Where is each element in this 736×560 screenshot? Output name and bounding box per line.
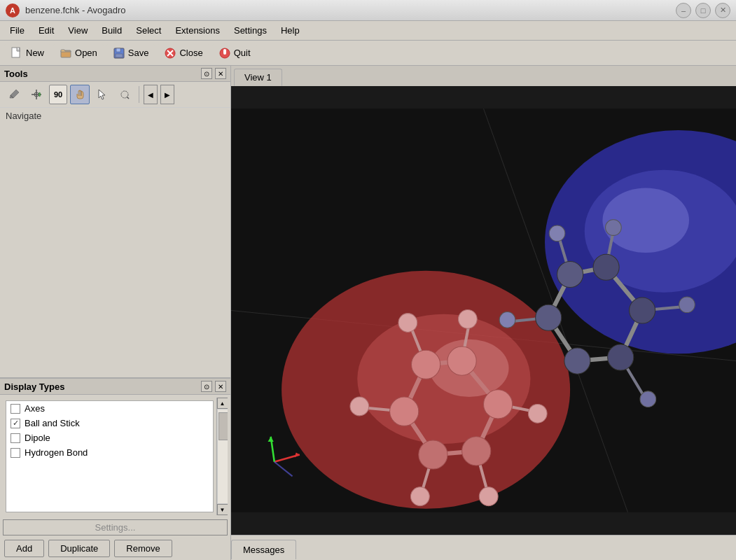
right-panel: View 1 <box>231 66 736 560</box>
add-display-button[interactable]: Add <box>4 540 44 557</box>
hydrogen-bond-checkbox[interactable] <box>11 448 20 458</box>
display-list-scrollbar[interactable]: ▲ ▼ <box>216 398 228 515</box>
main-content: Tools ⊙ ✕ <box>0 66 736 560</box>
menu-help[interactable]: Help <box>274 24 307 37</box>
duplicate-display-button[interactable]: Duplicate <box>48 540 110 557</box>
menu-edit[interactable]: Edit <box>32 24 61 37</box>
svg-point-45 <box>499 312 515 328</box>
svg-rect-10 <box>223 49 226 55</box>
rotate-90-button[interactable]: 90 <box>49 85 67 104</box>
window-controls: – □ ✕ <box>676 3 730 18</box>
tools-close-button[interactable]: ✕ <box>215 68 226 79</box>
toolbar: New Open Save Close Quit <box>0 41 736 66</box>
toolbar-separator <box>139 86 139 103</box>
new-button[interactable]: New <box>4 44 50 62</box>
selection-tool-button[interactable] <box>92 85 112 104</box>
scroll-thumb[interactable] <box>218 412 228 440</box>
menu-view[interactable]: View <box>61 24 95 37</box>
save-button[interactable]: Save <box>106 44 155 62</box>
minimize-button[interactable]: – <box>676 3 691 18</box>
svg-point-59 <box>447 346 476 375</box>
menu-extensions[interactable]: Extensions <box>168 24 227 37</box>
svg-point-37 <box>630 298 655 323</box>
molecule-svg <box>231 86 736 535</box>
axes-checkbox[interactable] <box>11 404 20 414</box>
svg-point-63 <box>390 397 419 426</box>
close-button[interactable]: Close <box>158 44 209 62</box>
svg-rect-0 <box>12 48 20 57</box>
ball-and-stick-label: Ball and Stick <box>25 418 80 428</box>
display-action-buttons: Add Duplicate Remove <box>0 537 230 560</box>
display-settings-button[interactable]: Settings... <box>3 519 228 536</box>
svg-point-42 <box>606 220 622 236</box>
messages-tab[interactable]: Messages <box>231 540 296 559</box>
scroll-left-button[interactable]: ◀ <box>144 85 158 104</box>
svg-point-62 <box>419 440 447 469</box>
display-panel-header: Display Types ⊙ ✕ <box>0 379 230 395</box>
display-panel-controls: ⊙ ✕ <box>201 381 226 392</box>
lasso-tool-button[interactable] <box>115 85 134 104</box>
view-tabs: View 1 <box>231 66 736 86</box>
close-doc-icon <box>164 47 176 59</box>
dipole-display-item[interactable]: Dipole <box>6 430 213 445</box>
axes-display-item[interactable]: Axes <box>6 401 213 416</box>
svg-point-64 <box>412 350 440 379</box>
svg-point-40 <box>536 304 562 330</box>
window-title: benzene.fchk - Avogadro <box>25 5 676 15</box>
active-tool-label: Navigate <box>0 108 230 124</box>
svg-rect-5 <box>116 54 123 57</box>
axes-label: Axes <box>25 403 45 414</box>
messages-bar: Messages <box>231 535 736 560</box>
tools-panel-header: Tools ⊙ ✕ <box>0 66 230 82</box>
maximize-button[interactable]: □ <box>695 3 711 18</box>
tools-panel-controls: ⊙ ✕ <box>201 68 226 79</box>
dipole-checkbox[interactable] <box>11 433 20 443</box>
3d-viewport[interactable] <box>231 86 736 535</box>
menu-select[interactable]: Select <box>129 24 168 37</box>
remove-display-button[interactable]: Remove <box>114 540 172 557</box>
svg-point-60 <box>484 390 513 419</box>
quit-button[interactable]: Quit <box>212 44 257 62</box>
tools-title: Tools <box>4 69 28 79</box>
display-types-title: Display Types <box>4 382 64 392</box>
draw-tool-button[interactable] <box>4 85 24 104</box>
arrow-cursor-icon <box>96 88 109 101</box>
view-1-tab[interactable]: View 1 <box>234 69 282 86</box>
display-detach-button[interactable]: ⊙ <box>201 381 212 392</box>
open-icon <box>60 47 72 59</box>
display-types-section: Display Types ⊙ ✕ Axes Ball and St <box>0 378 230 560</box>
svg-point-41 <box>557 261 583 287</box>
save-icon <box>113 47 125 59</box>
navigate-tool-button[interactable] <box>70 85 90 104</box>
menu-settings[interactable]: Settings <box>227 24 274 37</box>
close-window-button[interactable]: ✕ <box>715 3 730 18</box>
left-panel: Tools ⊙ ✕ <box>0 66 231 560</box>
menu-bar: File Edit View Build Select Extensions S… <box>0 21 736 41</box>
manipulate-tool-button[interactable] <box>27 85 46 104</box>
svg-point-46 <box>549 225 565 241</box>
ball-and-stick-checkbox[interactable] <box>11 419 20 428</box>
scroll-down-button[interactable]: ▼ <box>217 504 228 515</box>
crosshair-icon <box>30 88 43 101</box>
hand-icon <box>74 88 86 101</box>
tools-section: Tools ⊙ ✕ <box>0 66 230 378</box>
tools-content-area <box>0 124 230 377</box>
quit-icon <box>218 47 231 59</box>
tools-detach-button[interactable]: ⊙ <box>201 68 212 79</box>
svg-rect-4 <box>116 48 120 52</box>
dipole-label: Dipole <box>25 433 50 443</box>
open-button[interactable]: Open <box>53 44 104 62</box>
svg-point-61 <box>462 437 491 465</box>
display-close-button[interactable]: ✕ <box>215 381 226 392</box>
svg-point-38 <box>608 344 634 370</box>
scroll-right-button[interactable]: ▶ <box>160 85 174 104</box>
scroll-up-button[interactable]: ▲ <box>217 398 228 409</box>
menu-file[interactable]: File <box>3 24 32 37</box>
scroll-track <box>217 409 228 504</box>
ball-and-stick-display-item[interactable]: Ball and Stick <box>6 416 213 430</box>
svg-point-69 <box>398 314 417 332</box>
menu-build[interactable]: Build <box>95 24 129 37</box>
hydrogen-bond-display-item[interactable]: Hydrogen Bond <box>6 445 213 460</box>
svg-point-43 <box>679 297 695 313</box>
pencil-icon <box>8 88 20 101</box>
